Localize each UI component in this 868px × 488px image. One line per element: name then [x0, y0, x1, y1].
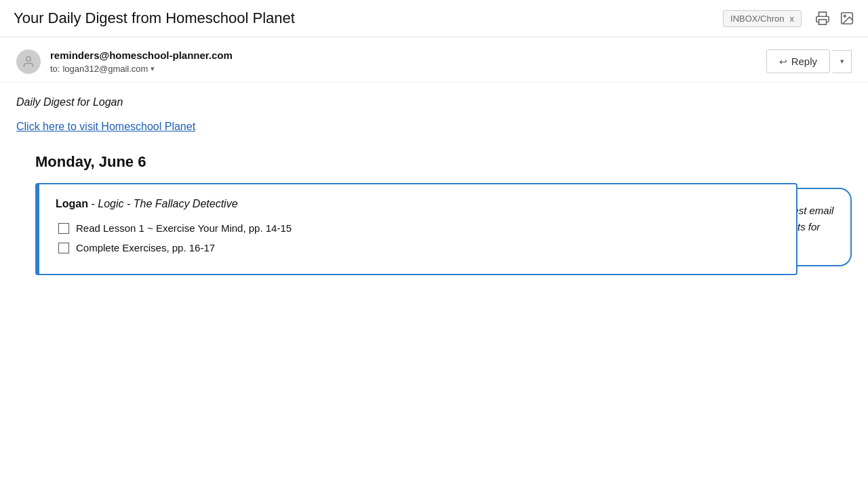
task-list: Read Lesson 1 ~ Exercise Your Mind, pp. …	[58, 222, 780, 253]
inbox-tab-close-button[interactable]: x	[790, 14, 795, 24]
sender-info: reminders@homeschool-planner.com to: log…	[50, 49, 233, 74]
header-icons	[815, 11, 854, 26]
email-header: Your Daily Digest from Homeschool Planet…	[0, 0, 868, 37]
task-item: Read Lesson 1 ~ Exercise Your Mind, pp. …	[58, 222, 780, 234]
task-item: Complete Exercises, pp. 16-17	[58, 242, 780, 253]
svg-point-3	[26, 57, 31, 62]
inbox-tab-label: INBOX/Chron	[730, 14, 784, 24]
sender-email: reminders@homeschool-planner.com	[50, 49, 233, 61]
visit-link[interactable]: Click here to visit Homeschool Planet	[16, 121, 195, 133]
student-header: Logan - Logic - The Fallacy Detective	[56, 198, 780, 210]
assignment-card: Logan - Logic - The Fallacy Detective Re…	[35, 183, 797, 275]
email-container: Your Daily Digest from Homeschool Planet…	[0, 0, 868, 488]
reply-dropdown-button[interactable]: ▾	[833, 50, 852, 73]
student-name: Logan	[56, 198, 88, 209]
email-body: Daily Digest for Logan Click here to vis…	[0, 83, 868, 289]
svg-point-2	[844, 15, 846, 17]
to-email: logan312@gmail.com	[62, 64, 148, 74]
day-heading: Monday, June 6	[35, 153, 852, 171]
to-dropdown-arrow[interactable]: ▾	[151, 64, 155, 73]
sender-right: ↩ Reply ▾	[766, 49, 852, 73]
day-section: Monday, June 6 Logan - Logic - The Falla…	[16, 153, 852, 275]
avatar-person-icon	[22, 55, 35, 68]
reply-button[interactable]: ↩ Reply	[766, 49, 830, 73]
reply-label: Reply	[791, 56, 817, 67]
task-checkbox-1[interactable]	[58, 223, 69, 234]
sender-left: reminders@homeschool-planner.com to: log…	[16, 49, 233, 74]
digest-greeting: Daily Digest for Logan	[16, 96, 852, 108]
task-label-1: Read Lesson 1 ~ Exercise Your Mind, pp. …	[76, 222, 292, 234]
print-icon[interactable]	[815, 11, 830, 26]
avatar	[16, 49, 41, 74]
inbox-tab[interactable]: INBOX/Chron x	[723, 10, 802, 27]
image-icon[interactable]	[840, 11, 854, 26]
sender-section: reminders@homeschool-planner.com to: log…	[0, 37, 868, 83]
to-label: to:	[50, 64, 60, 74]
header-right: INBOX/Chron x	[723, 10, 854, 27]
separator: -	[91, 198, 98, 209]
course-name: Logic - The Fallacy Detective	[98, 198, 237, 209]
reply-arrow-icon: ↩	[779, 56, 787, 67]
email-title: Your Daily Digest from Homeschool Planet	[14, 9, 295, 27]
task-checkbox-2[interactable]	[58, 243, 69, 253]
svg-rect-0	[819, 20, 827, 24]
task-label-2: Complete Exercises, pp. 16-17	[76, 242, 215, 253]
sender-to-row: to: logan312@gmail.com ▾	[50, 64, 233, 74]
